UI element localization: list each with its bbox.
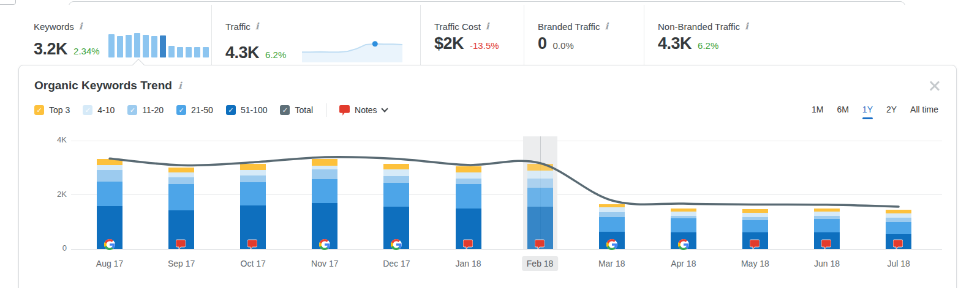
keywords-spark-bar xyxy=(168,46,175,57)
note-marker-icon[interactable] xyxy=(176,239,187,250)
y-axis-label-0: 0 xyxy=(36,243,67,253)
metric-traffic-delta: 6.2% xyxy=(265,50,286,60)
legend-51-100[interactable]: ✓ 51-100 xyxy=(226,105,268,115)
x-axis-label: Aug 17 xyxy=(91,256,128,271)
close-icon[interactable] xyxy=(927,78,943,94)
metric-non-branded-delta: 6.2% xyxy=(698,40,718,51)
legend-divider xyxy=(326,103,326,117)
note-marker-icon[interactable] xyxy=(247,239,258,250)
metric-keywords-value: 3.2K xyxy=(34,40,67,59)
checkbox-checked-icon[interactable]: ✓ xyxy=(127,105,137,115)
metric-traffic[interactable]: Traffic i 4.3K 6.2% xyxy=(211,5,420,65)
organic-keywords-trend-panel: Organic Keywords Trend i ✓ Top 3 ✓ 4-10 … xyxy=(18,65,957,288)
note-marker-icon[interactable] xyxy=(821,239,832,250)
x-axis-label: Nov 17 xyxy=(306,256,343,271)
metric-traffic-cost[interactable]: Traffic Cost i $2K -13.5% xyxy=(420,5,524,65)
legend-21-50[interactable]: ✓ 21-50 xyxy=(176,105,213,115)
metric-traffic-label: Traffic xyxy=(225,21,251,32)
keywords-spark-bar xyxy=(108,34,115,57)
metric-keywords-delta: 2.34% xyxy=(74,46,100,56)
metric-branded-delta: 0.0% xyxy=(553,40,574,51)
note-marker-icon[interactable] xyxy=(893,239,904,250)
x-axis-label: Feb 18 xyxy=(522,256,559,271)
info-icon[interactable]: i xyxy=(605,21,608,32)
keywords-spark-bar xyxy=(151,36,157,57)
x-axis-label: Oct 17 xyxy=(236,256,271,271)
notes-label: Notes xyxy=(355,105,377,115)
keywords-spark-bar xyxy=(177,47,183,57)
x-axis-label: Dec 17 xyxy=(378,256,415,271)
chevron-down-icon xyxy=(381,105,388,112)
traffic-sparkline[interactable] xyxy=(298,35,406,66)
info-icon[interactable]: i xyxy=(79,21,83,32)
keywords-spark-bar xyxy=(160,35,166,57)
keywords-spark-bar xyxy=(203,47,209,57)
metric-non-branded-traffic[interactable]: Non-Branded Traffic i 4.3K 6.2% xyxy=(644,5,980,65)
keywords-spark-bar xyxy=(117,36,123,57)
keywords-spark-bar xyxy=(186,47,192,57)
x-axis-label: Jan 18 xyxy=(450,256,486,271)
keywords-spark-bar xyxy=(143,35,149,57)
x-axis-label: Sep 17 xyxy=(163,256,200,271)
metric-traffic-cost-delta: -13.5% xyxy=(470,40,499,51)
checkbox-checked-icon[interactable]: ✓ xyxy=(226,105,236,115)
panel-title: Organic Keywords Trend xyxy=(34,79,172,92)
notes-toggle[interactable]: Notes xyxy=(339,105,387,116)
google-icon[interactable] xyxy=(391,239,402,250)
range-1m[interactable]: 1M xyxy=(812,105,823,118)
metric-keywords[interactable]: Keywords i 3.2K 2.34% xyxy=(0,5,211,65)
x-axis-label: Jul 18 xyxy=(882,256,914,271)
note-marker-icon[interactable] xyxy=(535,239,546,250)
x-axis-label: Apr 18 xyxy=(666,256,701,271)
checkbox-checked-icon[interactable]: ✓ xyxy=(280,105,290,115)
range-all-time[interactable]: All time xyxy=(910,105,938,118)
metric-traffic-value: 4.3K xyxy=(225,43,259,62)
keywords-spark-bar xyxy=(134,33,140,57)
metric-traffic-cost-label: Traffic Cost xyxy=(434,21,481,32)
checkbox-checked-icon[interactable]: ✓ xyxy=(83,105,92,115)
google-icon[interactable] xyxy=(606,239,617,250)
keywords-spark-bar xyxy=(126,35,132,57)
range-2y[interactable]: 2Y xyxy=(886,105,897,118)
total-line xyxy=(71,136,942,249)
google-icon[interactable] xyxy=(678,239,689,250)
chart-plot-area xyxy=(71,136,942,249)
y-axis-label-4k: 4K xyxy=(36,135,67,144)
metric-branded-traffic[interactable]: Branded Traffic i 0 0.0% xyxy=(524,5,644,65)
x-axis-label: Jun 18 xyxy=(809,256,845,271)
info-icon[interactable]: i xyxy=(745,21,748,32)
metric-traffic-cost-value: $2K xyxy=(434,34,464,53)
metric-non-branded-label: Non-Branded Traffic xyxy=(658,21,740,32)
info-icon[interactable]: i xyxy=(178,80,182,91)
x-axis-label: Mar 18 xyxy=(594,256,630,271)
time-range-switch: 1M 6M 1Y 2Y All time xyxy=(812,105,938,118)
notes-bubble-icon xyxy=(339,105,350,116)
legend-total[interactable]: ✓ Total xyxy=(280,105,313,115)
legend-11-20[interactable]: ✓ 11-20 xyxy=(127,105,164,115)
metric-branded-label: Branded Traffic xyxy=(538,21,600,32)
chart-legend: ✓ Top 3 ✓ 4-10 ✓ 11-20 ✓ 21-50 ✓ 51-100 … xyxy=(34,103,387,117)
metric-keywords-label: Keywords xyxy=(34,21,74,32)
range-6m[interactable]: 6M xyxy=(837,105,848,118)
google-icon[interactable] xyxy=(319,239,330,250)
x-axis-label: May 18 xyxy=(736,256,774,271)
axis-baseline xyxy=(71,249,942,249)
info-icon[interactable]: i xyxy=(486,21,489,32)
traffic-spark-dot xyxy=(372,41,378,46)
tab-stub-left[interactable] xyxy=(0,0,16,5)
keywords-sparkline[interactable] xyxy=(108,32,209,57)
keywords-spark-bar xyxy=(194,47,200,57)
range-1y[interactable]: 1Y xyxy=(862,105,873,118)
metrics-bar: Keywords i 3.2K 2.34% Traffic i 4.3K 6.2… xyxy=(0,5,980,65)
x-axis-labels: Aug 17Sep 17Oct 17Nov 17Dec 17Jan 18Feb … xyxy=(71,256,942,273)
checkbox-checked-icon[interactable]: ✓ xyxy=(34,105,44,115)
metric-branded-value: 0 xyxy=(538,34,547,53)
tab-strip xyxy=(0,0,980,5)
note-marker-icon[interactable] xyxy=(750,239,761,250)
note-marker-icon[interactable] xyxy=(463,239,474,250)
legend-top3[interactable]: ✓ Top 3 xyxy=(34,105,70,115)
legend-4-10[interactable]: ✓ 4-10 xyxy=(83,105,115,115)
google-icon[interactable] xyxy=(104,239,115,250)
checkbox-checked-icon[interactable]: ✓ xyxy=(176,105,186,115)
info-icon[interactable]: i xyxy=(255,21,259,32)
